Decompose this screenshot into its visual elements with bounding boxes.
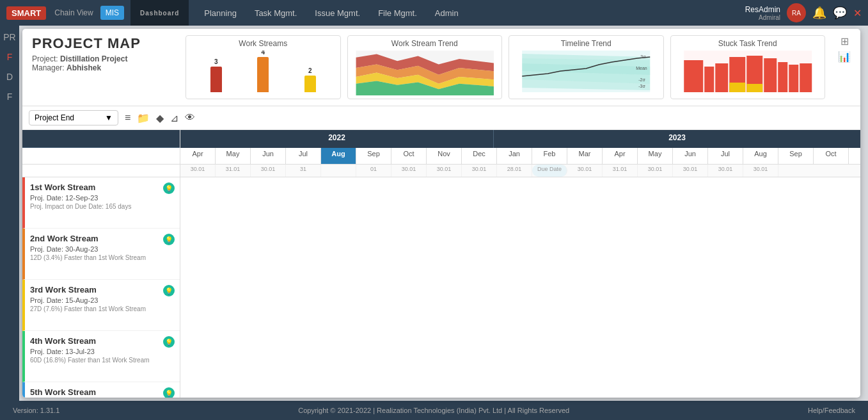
svg-rect-24 [800,63,812,92]
nav-issue-mgmt[interactable]: Issue Mgmt. [312,7,363,19]
panel-title: PROJECT MAP [32,35,173,52]
gantt-dates-left [22,165,180,177]
month-apr: Apr [180,148,216,164]
ws-bar-group-3: 2 [304,67,316,92]
stuck-task-trend-chart: Stuck Task Trend [670,35,826,99]
month-aug23: Aug [743,148,778,164]
sidebar-proj-icon[interactable]: PR [3,32,15,42]
ws-bar-label-2: 4 [261,51,265,56]
date-3001-5: 30.01 [462,165,497,177]
ws1-name: 1st Work Stream [30,182,175,192]
footer-help[interactable]: Help/Feedback [808,407,855,414]
ws4-name: 4th Work Stream [30,336,175,346]
panel-manager: Manager: Abhishek [32,63,173,72]
manager-name: Abhishek [67,63,101,72]
date-3001-10: 30.01 [743,165,778,177]
ws-bar-1 [210,67,222,92]
svg-rect-21 [764,58,777,92]
close-icon[interactable]: ✕ [853,7,862,19]
project-end-select[interactable]: Project End ▼ [29,110,118,125]
ws1-detail: Proj. Impact on Due Date: 165 days [30,203,175,210]
folder-icon[interactable]: 📁 [137,112,150,124]
panel-right-icons: ⊞ 📊 [838,35,851,63]
message-icon[interactable]: 💬 [833,6,847,20]
manager-label: Manager: [32,63,65,72]
svg-rect-16 [684,60,703,92]
nav-admin[interactable]: Admin [432,7,461,19]
ws-row-1: 💡 1st Work Stream Proj. Date: 12-Sep-23 … [22,177,180,229]
date-3001-6: 30.01 [567,165,603,177]
project-map-panel: PROJECT MAP Project: Distillation Projec… [22,29,860,398]
nav-items: Planning Task Mgmt. Issue Mgmt. File Mgm… [201,7,461,19]
gantt-area: 💡 1st Work Stream Proj. Date: 12-Sep-23 … [22,130,860,398]
gantt-year-left [22,130,180,148]
ws-bar-group-2: 4 [257,51,269,92]
svg-rect-25 [729,83,745,92]
work-streams-chart: Work Streams 3 4 2 [185,35,341,99]
date-3001-1: 30.01 [180,165,216,177]
avatar[interactable]: RA [787,3,806,22]
month-may: May [216,148,251,164]
month-aug: Aug [321,148,356,164]
date-2801: 28.01 [497,165,532,177]
chevron-down-icon: ▼ [105,113,113,122]
ws3-light-icon: 💡 [163,285,175,296]
ws1-light-icon: 💡 [163,182,175,194]
dropdown-label: Project End [35,113,74,122]
svg-rect-17 [704,67,714,92]
ws4-light-icon: 💡 [163,336,175,348]
sidebar-d-icon[interactable]: D [6,72,13,82]
svg-rect-22 [778,62,787,92]
footer-copyright: Copyright © 2021-2022 | Realization Tech… [298,407,569,414]
list-icon[interactable]: ≡ [125,112,130,124]
work-stream-trend-chart: Work Stream Trend [347,35,503,99]
ws3-detail: 27D (7.6%) Faster than 1st Work Stream [30,305,175,312]
month-dec: Dec [462,148,497,164]
eye-icon[interactable]: 👁 [185,112,195,124]
chart-icon[interactable]: 📊 [838,51,851,63]
svg-text:Mean: Mean [636,66,647,70]
ws3-name: 3rd Work Stream [30,285,175,295]
main-content: PR F D F PROJECT MAP Project: Distillati… [0,26,868,401]
gantt-dates-header: 30.01 31.01 30.01 31 01 30.01 30.01 30.0… [180,165,860,177]
month-jul: Jul [286,148,321,164]
chain-view-tab[interactable]: Chain View [49,6,98,20]
footer-version: Version: 1.31.1 [13,407,59,414]
month-oct23: Oct [814,148,849,164]
ws-bar-label-3: 2 [308,67,312,74]
sidebar-f2-icon[interactable]: F [7,92,13,102]
gantt-right-panel: 2022 2023 Apr May Jun Jul Aug Sep Oct No… [180,130,860,398]
breadcrumb-text: Dashboard [140,10,179,17]
work-streams-title: Work Streams [189,39,337,48]
nav-right: ResAdmin Admiral RA 🔔 💬 ✕ [745,3,862,22]
sidebar-f-icon[interactable]: F [7,52,13,62]
work-stream-trend-title: Work Stream Trend [351,39,499,48]
year-2023: 2023 [494,130,860,148]
month-sep: Sep [356,148,391,164]
mis-tab[interactable]: MIS [100,6,124,20]
nav-task-mgmt[interactable]: Task Mgmt. [252,7,299,19]
nav-file-mgmt[interactable]: File Mgmt. [375,7,420,19]
month-jun23: Jun [673,148,708,164]
nav-planning[interactable]: Planning [201,7,239,19]
diamond-icon[interactable]: ◆ [156,112,164,124]
date-31: 31 [286,165,321,177]
ws-bar-group-1: 3 [210,58,222,92]
filter-funnel-icon[interactable]: ⊿ [170,112,178,124]
month-mar23: Mar [567,148,603,164]
filter-bar: Project End ▼ ≡ 📁 ◆ ⊿ 👁 [22,106,860,130]
breadcrumb: Dashboard [130,0,189,26]
ws2-proj-date: Proj. Date: 30-Aug-23 [30,245,175,253]
date-3001-8: 30.01 [673,165,708,177]
notification-bell-icon[interactable]: 🔔 [812,6,826,20]
gantt-year-header: 2022 2023 [180,130,860,148]
date-3101-2: 31.01 [603,165,638,177]
month-oct: Oct [391,148,427,164]
ws4-detail: 60D (16.8%) Faster than 1st Work Stream [30,357,175,364]
ws-bar-label-1: 3 [214,58,218,65]
ws5-name: 5th Work Stream [30,387,175,397]
filter-icon[interactable]: ⊞ [840,35,849,47]
date-3001-7: 30.01 [638,165,673,177]
panel-header: PROJECT MAP Project: Distillation Projec… [22,29,860,106]
month-nov: Nov [427,148,462,164]
